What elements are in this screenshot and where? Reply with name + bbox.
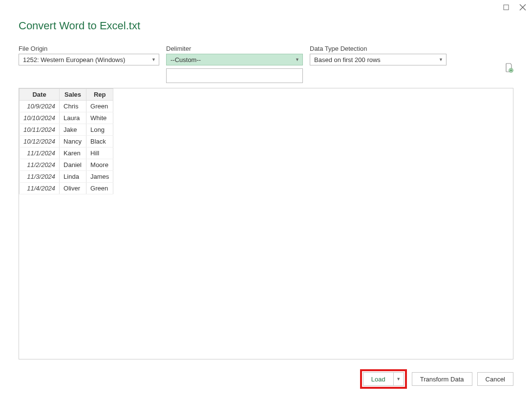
data-type-value: Based on first 200 rows	[314, 56, 381, 63]
cell-rep: Green	[86, 183, 113, 194]
delimiter-value: --Custom--	[170, 56, 201, 63]
data-type-label: Data Type Detection	[310, 45, 447, 52]
cell-rep: James	[86, 171, 113, 183]
cell-date: 10/9/2024	[20, 101, 60, 112]
cell-sales: Daniel	[60, 159, 86, 171]
preview-pane: DateSalesRep 10/9/2024ChrisGreen10/10/20…	[19, 88, 513, 359]
maximize-button[interactable]	[503, 4, 510, 11]
load-dropdown-button[interactable]: ▼	[394, 373, 404, 385]
cell-date: 11/3/2024	[20, 171, 60, 183]
cell-date: 11/2/2024	[20, 159, 60, 171]
delimiter-label: Delimiter	[166, 45, 303, 52]
data-type-select[interactable]: Based on first 200 rows ▼	[310, 54, 447, 65]
table-row: 10/12/2024NancyBlack	[20, 136, 113, 147]
table-row: 11/3/2024LindaJames	[20, 171, 113, 183]
cell-sales: Chris	[60, 101, 86, 112]
cell-sales: Jake	[60, 124, 86, 136]
table-row: 11/4/2024OliverGreen	[20, 183, 113, 194]
dialog-title: Convert Word to Excel.txt	[19, 20, 513, 32]
table-row: 10/11/2024JakeLong	[20, 124, 113, 136]
file-origin-value: 1252: Western European (Windows)	[23, 56, 125, 63]
file-origin-label: File Origin	[19, 45, 159, 52]
table-row: 11/1/2024KarenHill	[20, 147, 113, 159]
chevron-down-icon: ▼	[295, 57, 299, 62]
cell-date: 10/11/2024	[20, 124, 60, 136]
chevron-down-icon: ▼	[439, 57, 443, 62]
cancel-button[interactable]: Cancel	[477, 372, 513, 386]
cell-sales: Oliver	[60, 183, 86, 194]
cell-sales: Linda	[60, 171, 86, 183]
column-header: Date	[20, 89, 60, 101]
preview-table: DateSalesRep 10/9/2024ChrisGreen10/10/20…	[19, 88, 113, 194]
cell-rep: White	[86, 112, 113, 124]
load-highlight: Load ▼	[360, 369, 407, 389]
cell-rep: Long	[86, 124, 113, 136]
load-button[interactable]: Load	[363, 373, 394, 385]
file-origin-select[interactable]: 1252: Western European (Windows) ▼	[19, 54, 159, 65]
table-row: 10/10/2024LauraWhite	[20, 112, 113, 124]
cell-date: 10/10/2024	[20, 112, 60, 124]
table-row: 10/9/2024ChrisGreen	[20, 101, 113, 112]
delimiter-select[interactable]: --Custom-- ▼	[166, 54, 303, 65]
cell-date: 10/12/2024	[20, 136, 60, 147]
chevron-down-icon: ▼	[151, 57, 156, 62]
cell-rep: Moore	[86, 159, 113, 171]
close-button[interactable]	[519, 4, 526, 11]
cell-rep: Hill	[86, 147, 113, 159]
column-header: Rep	[86, 89, 113, 101]
settings-icon[interactable]	[505, 63, 513, 74]
transform-data-button[interactable]: Transform Data	[412, 372, 472, 386]
cell-date: 11/1/2024	[20, 147, 60, 159]
column-header: Sales	[60, 89, 86, 101]
load-split-button: Load ▼	[363, 372, 404, 386]
cell-date: 11/4/2024	[20, 183, 60, 194]
cell-rep: Green	[86, 101, 113, 112]
svg-rect-0	[504, 5, 509, 10]
table-row: 11/2/2024DanielMoore	[20, 159, 113, 171]
cell-sales: Nancy	[60, 136, 86, 147]
custom-delimiter-input[interactable]	[166, 68, 303, 83]
cell-sales: Laura	[60, 112, 86, 124]
cell-sales: Karen	[60, 147, 86, 159]
cell-rep: Black	[86, 136, 113, 147]
